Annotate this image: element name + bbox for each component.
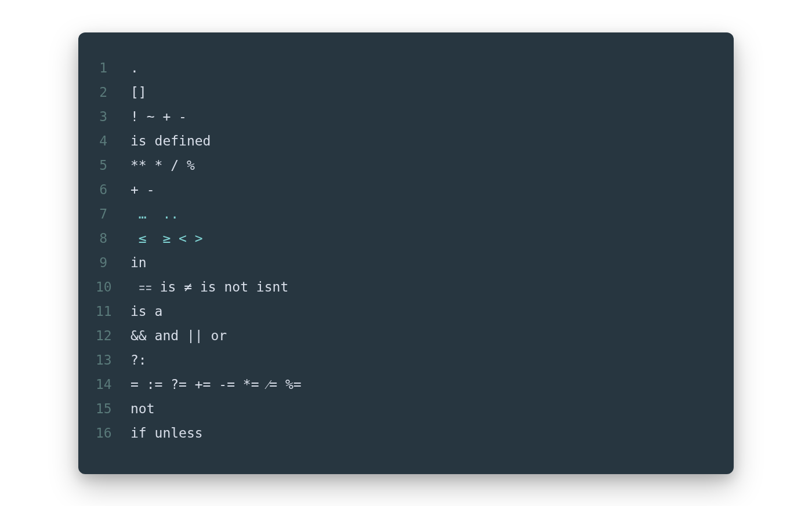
line-number: 13	[96, 348, 130, 372]
code-block: 1 . 2 [] 3 ! ~ + - 4 is defined 5 ** * /…	[78, 32, 734, 474]
code-line: 13 ?:	[96, 348, 716, 372]
code-line: 7 … ..	[96, 202, 716, 226]
code-line: 14 = := ?= += -= *= ⁄= %=	[96, 372, 716, 396]
line-number: 7	[96, 202, 130, 226]
line-number: 2	[96, 80, 130, 104]
line-number: 8	[96, 226, 130, 250]
line-content: not	[130, 396, 155, 421]
code-line: 2 []	[96, 80, 716, 104]
code-line: 11 is a	[96, 299, 716, 323]
line-content: []	[130, 80, 147, 104]
code-line: 9 in	[96, 250, 716, 275]
code-line: 15 not	[96, 396, 716, 421]
line-content: in	[130, 250, 147, 275]
line-content: is defined	[130, 129, 211, 153]
line-content: ** * / %	[130, 153, 195, 177]
line-number: 1	[96, 56, 130, 80]
line-content: && and || or	[130, 323, 227, 348]
line-number: 16	[96, 421, 130, 445]
line-content: … ..	[130, 202, 179, 226]
line-number: 9	[96, 250, 130, 275]
code-line: 1 .	[96, 56, 716, 80]
line-content: .	[130, 56, 139, 80]
code-line: 6 + -	[96, 177, 716, 202]
code-line: 16 if unless	[96, 421, 716, 445]
code-line: 8 ≤ ≥ < >	[96, 226, 716, 250]
code-line: 3 ! ~ + -	[96, 104, 716, 129]
line-number: 15	[96, 396, 130, 421]
line-number: 3	[96, 104, 130, 129]
code-line: 10 ⩵ is ≠ is not isnt	[96, 275, 716, 299]
line-number: 4	[96, 129, 130, 153]
code-line: 5 ** * / %	[96, 153, 716, 177]
code-line: 12 && and || or	[96, 323, 716, 348]
line-content: + -	[130, 177, 155, 202]
line-content: ⩵ is ≠ is not isnt	[130, 275, 288, 299]
line-number: 12	[96, 323, 130, 348]
line-content: = := ?= += -= *= ⁄= %=	[130, 372, 302, 396]
line-content: ! ~ + -	[130, 104, 187, 129]
code-line: 4 is defined	[96, 129, 716, 153]
line-number: 5	[96, 153, 130, 177]
line-content: ≤ ≥ < >	[130, 226, 203, 250]
line-content: is a	[130, 299, 162, 323]
line-number: 10	[96, 275, 130, 299]
line-number: 14	[96, 372, 130, 396]
line-content: ?:	[130, 348, 147, 372]
line-number: 11	[96, 299, 130, 323]
line-number: 6	[96, 177, 130, 202]
line-content: if unless	[130, 421, 203, 445]
